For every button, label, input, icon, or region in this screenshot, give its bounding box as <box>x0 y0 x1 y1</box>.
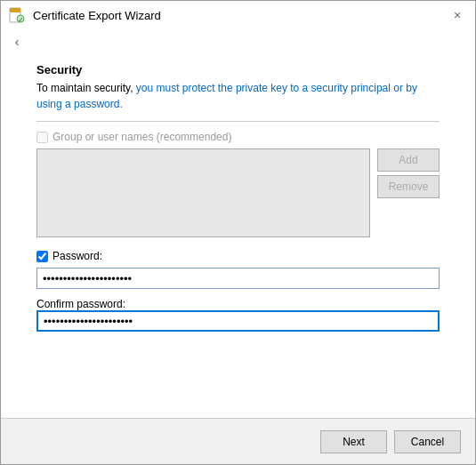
title-bar: ✓ Certificate Export Wizard × <box>1 1 475 29</box>
listbox-area: Add Remove <box>36 148 440 237</box>
group-checkbox-row: Group or user names (recommended) <box>36 131 440 143</box>
password-label: Password: <box>52 250 102 262</box>
svg-rect-1 <box>10 8 20 12</box>
content-area: Security To maintain security, you must … <box>1 54 475 418</box>
certificate-export-wizard-dialog: ✓ Certificate Export Wizard × ‹ Security… <box>0 0 476 465</box>
password-row: Password: <box>36 250 440 262</box>
group-checkbox-label: Group or user names (recommended) <box>52 131 231 143</box>
section-title: Security <box>36 63 440 76</box>
remove-button[interactable]: Remove <box>377 175 440 198</box>
listbox-buttons: Add Remove <box>377 148 440 237</box>
password-input[interactable] <box>36 268 440 289</box>
confirm-label-row: Confirm password: <box>36 298 440 310</box>
title-bar-left: ✓ Certificate Export Wizard <box>8 6 447 24</box>
svg-text:✓: ✓ <box>18 16 24 24</box>
confirm-input-row <box>36 310 440 332</box>
next-button[interactable]: Next <box>320 430 387 453</box>
cancel-button[interactable]: Cancel <box>394 430 461 453</box>
description: To maintain security, you must protect t… <box>36 80 440 112</box>
password-input-row <box>36 268 440 289</box>
confirm-label: Confirm password: <box>36 298 125 310</box>
back-arrow[interactable]: ‹ <box>8 33 26 51</box>
add-button[interactable]: Add <box>377 148 440 172</box>
divider <box>36 121 440 122</box>
wizard-icon: ✓ <box>8 6 26 24</box>
footer: Next Cancel <box>1 418 475 464</box>
description-part1: To maintain security, <box>36 82 136 94</box>
password-checkbox[interactable] <box>36 251 48 262</box>
confirm-password-input[interactable] <box>36 310 440 332</box>
group-checkbox[interactable] <box>36 132 48 143</box>
dialog-title: Certificate Export Wizard <box>33 9 161 22</box>
group-listbox[interactable] <box>36 148 370 237</box>
nav-bar: ‹ <box>1 29 475 54</box>
close-button[interactable]: × <box>447 4 468 26</box>
